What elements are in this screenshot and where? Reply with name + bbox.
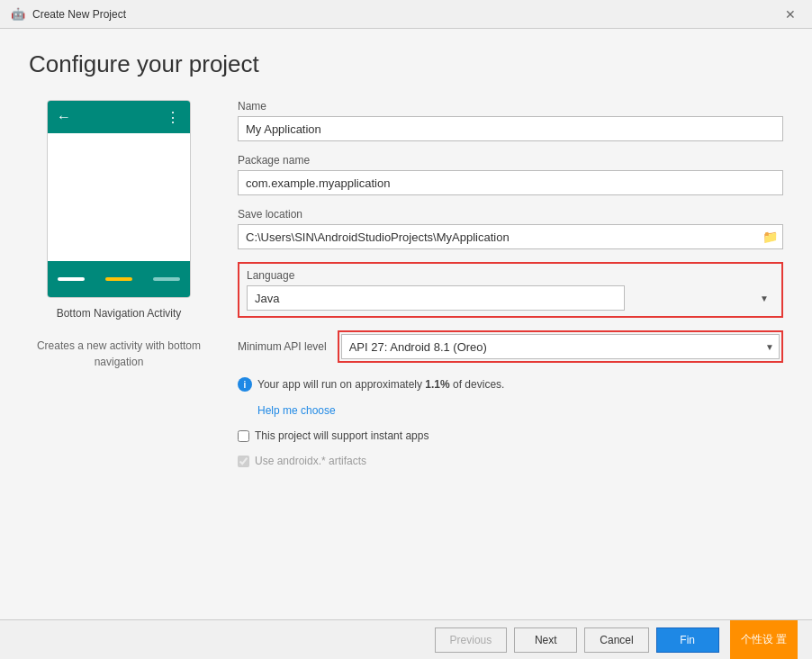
page-title: Configure your project — [29, 50, 783, 78]
name-input[interactable] — [238, 116, 783, 141]
instant-apps-checkbox[interactable] — [238, 430, 249, 442]
language-select[interactable]: Java Kotlin — [247, 285, 625, 311]
name-group: Name — [238, 100, 783, 141]
dialog-body: Configure your project ← ⋮ Bottom N — [0, 29, 812, 659]
personalize-button[interactable]: 个性设 置 — [730, 620, 798, 660]
language-label: Language — [247, 269, 774, 282]
phone-bottom-item-3 — [153, 277, 180, 281]
content-area: ← ⋮ Bottom Navigation Activity Creates a… — [29, 100, 783, 467]
info-text: Your app will run on approximately 1.1% … — [257, 378, 504, 391]
app-icon: 🤖 — [11, 7, 25, 22]
phone-bottom-item-2 — [105, 277, 132, 281]
phone-mockup: ← ⋮ — [47, 100, 191, 298]
cancel-button[interactable]: Cancel — [584, 627, 648, 653]
androidx-row: Use androidx.* artifacts — [238, 455, 783, 467]
activity-type-label: Bottom Navigation Activity — [57, 307, 182, 320]
title-bar-title: Create New Project — [32, 8, 126, 21]
min-api-label: Minimum API level — [238, 340, 327, 353]
finish-button[interactable]: Fin — [656, 627, 719, 653]
package-name-group: Package name — [238, 154, 783, 195]
phone-bottom-bar — [48, 261, 190, 297]
min-api-group: Minimum API level API 27: Android 8.1 (O… — [238, 330, 783, 363]
info-icon: i — [238, 377, 252, 392]
androidx-label: Use androidx.* artifacts — [255, 455, 366, 467]
phone-top-bar: ← ⋮ — [48, 101, 190, 133]
save-location-label: Save location — [238, 208, 783, 221]
help-link[interactable]: Help me choose — [257, 404, 783, 417]
instant-apps-label: This project will support instant apps — [255, 429, 429, 442]
main-content: Configure your project ← ⋮ Bottom N — [0, 29, 812, 619]
save-location-input[interactable] — [238, 224, 783, 249]
phone-content — [48, 133, 190, 261]
min-api-select[interactable]: API 27: Android 8.1 (Oreo) API 28: Andro… — [341, 334, 780, 359]
info-row: i Your app will run on approximately 1.1… — [238, 377, 783, 392]
title-bar-left: 🤖 Create New Project — [11, 7, 126, 22]
phone-bottom-item-1 — [58, 277, 85, 281]
phone-back-arrow: ← — [57, 109, 71, 125]
save-location-wrapper: 📁 — [238, 224, 783, 249]
language-highlight-box: Language Java Kotlin ▼ — [238, 262, 783, 318]
folder-icon[interactable]: 📁 — [762, 230, 778, 244]
title-bar: 🤖 Create New Project ✕ — [0, 0, 812, 29]
previous-button[interactable]: Previous — [435, 627, 508, 653]
androidx-checkbox[interactable] — [238, 456, 249, 467]
close-button[interactable]: ✕ — [780, 5, 801, 23]
language-group: Language Java Kotlin ▼ — [238, 262, 783, 318]
package-name-label: Package name — [238, 154, 783, 167]
min-api-highlight-box: API 27: Android 8.1 (Oreo) API 28: Andro… — [338, 330, 783, 363]
phone-menu-dots: ⋮ — [166, 109, 181, 126]
phone-panel: ← ⋮ Bottom Navigation Activity Creates a… — [29, 100, 209, 467]
min-api-select-wrapper: API 27: Android 8.1 (Oreo) API 28: Andro… — [341, 334, 780, 359]
activity-type-description: Creates a new activity with bottomnaviga… — [37, 338, 201, 370]
footer: Previous Next Cancel Fin 个性设 置 — [0, 619, 812, 659]
instant-apps-row: This project will support instant apps — [238, 429, 783, 442]
language-dropdown-arrow: ▼ — [760, 293, 769, 303]
language-dropdown-wrapper: Java Kotlin ▼ — [247, 285, 774, 311]
save-location-group: Save location 📁 — [238, 208, 783, 249]
next-button[interactable]: Next — [514, 627, 577, 653]
form-panel: Name Package name Save location 📁 — [238, 100, 783, 467]
min-api-row: Minimum API level API 27: Android 8.1 (O… — [238, 330, 783, 363]
name-label: Name — [238, 100, 783, 113]
package-name-input[interactable] — [238, 170, 783, 195]
